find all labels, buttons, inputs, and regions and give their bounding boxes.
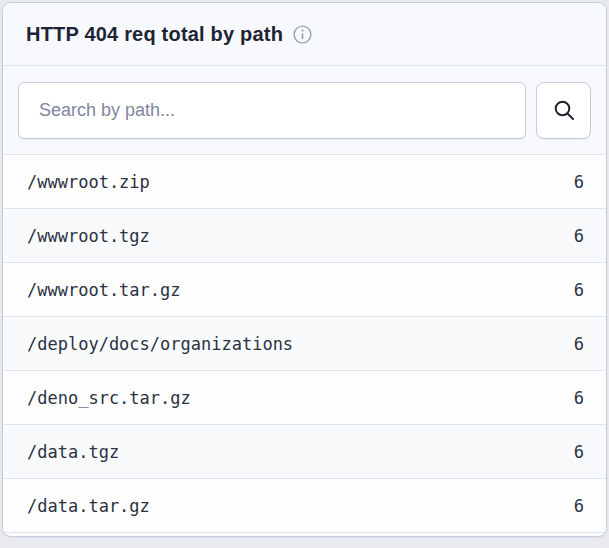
path-cell: /wwwroot.tar.gz (27, 280, 181, 300)
table-row: /wwwroot.tgz 6 (3, 209, 606, 263)
table-row: /wwwroot.tar.gz 6 (3, 263, 606, 317)
count-cell: 6 (574, 280, 584, 300)
table-row: /deno_src.tar.gz 6 (3, 371, 606, 425)
search-button[interactable] (536, 82, 591, 139)
count-cell: 6 (574, 334, 584, 354)
path-cell: /data.tar.gz (27, 496, 150, 516)
http-404-by-path-widget: HTTP 404 req total by path /wwwroot.zip … (2, 2, 607, 537)
path-count-table: /wwwroot.zip 6 /wwwroot.tgz 6 /wwwroot.t… (3, 155, 606, 533)
count-cell: 6 (574, 226, 584, 246)
path-cell: /wwwroot.tgz (27, 226, 150, 246)
path-cell: /wwwroot.zip (27, 172, 150, 192)
magnifier-icon (552, 98, 576, 122)
path-cell: /deploy/docs/organizations (27, 334, 293, 354)
count-cell: 6 (574, 442, 584, 462)
count-cell: 6 (574, 496, 584, 516)
count-cell: 6 (574, 388, 584, 408)
table-row: /data.tar.gz 6 (3, 479, 606, 533)
path-cell: /data.tgz (27, 442, 119, 462)
table-row: /deploy/docs/organizations 6 (3, 317, 606, 371)
search-bar (3, 66, 606, 155)
widget-header: HTTP 404 req total by path (3, 3, 606, 66)
table-row: /data.tgz 6 (3, 425, 606, 479)
widget-title: HTTP 404 req total by path (26, 23, 283, 46)
path-cell: /deno_src.tar.gz (27, 388, 191, 408)
table-row: /wwwroot.zip 6 (3, 155, 606, 209)
count-cell: 6 (574, 172, 584, 192)
search-input[interactable] (18, 82, 526, 139)
info-icon[interactable] (293, 25, 312, 44)
